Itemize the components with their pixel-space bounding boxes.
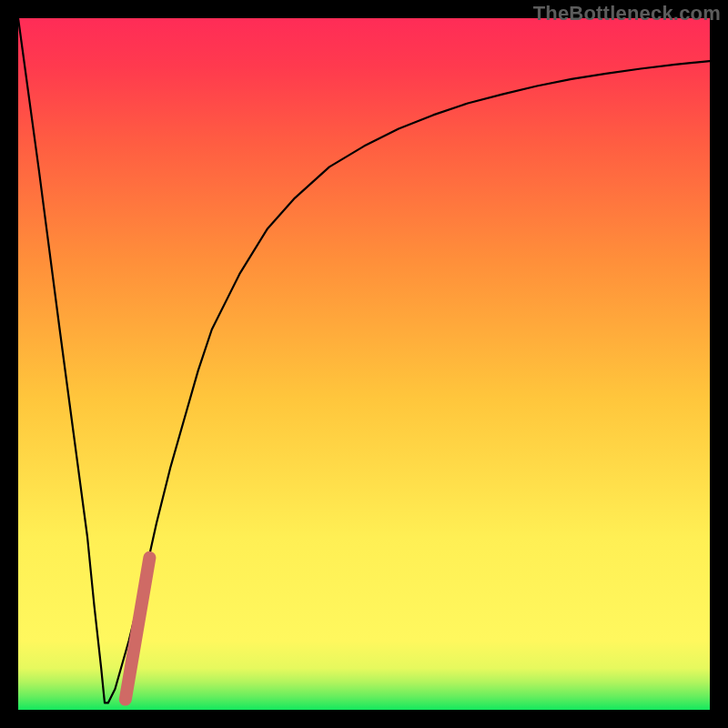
gradient-background — [18, 18, 710, 710]
watermark-text: TheBottleneck.com — [533, 2, 721, 25]
chart-svg — [18, 18, 710, 710]
plot-area — [18, 18, 710, 710]
chart-frame: TheBottleneck.com — [0, 0, 728, 728]
